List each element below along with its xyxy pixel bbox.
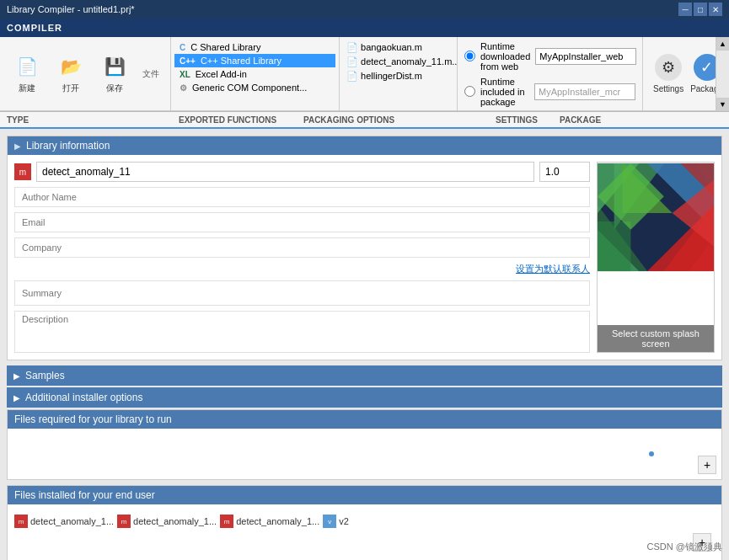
samples-label: Samples [25, 370, 65, 381]
ribbon-area: 📄 新建 📂 打开 💾 保存 文件 C C Shared Library [0, 37, 716, 111]
splash-label: Select custom splash screen [598, 325, 714, 352]
files-required-add-button[interactable]: + [698, 456, 716, 474]
end-user-file-2[interactable]: m detect_anomaly_1... [220, 515, 319, 528]
settings-button[interactable]: ⚙ Settings [653, 54, 683, 93]
runtime-web-label: Runtime downloaded from web [480, 41, 530, 72]
new-icon: 📄 [13, 53, 40, 80]
library-icon: m [14, 163, 31, 180]
save-icon: 💾 [101, 53, 128, 80]
type-panel: C C Shared Library C++ C++ Shared Librar… [171, 37, 340, 110]
additional-arrow: ▶ [13, 393, 20, 403]
exported-item-0[interactable]: 📄 bangaokuan.m [343, 40, 453, 55]
package-label: Package [690, 84, 716, 93]
email-input[interactable] [14, 212, 590, 232]
ribbon-scrollbar[interactable]: ▲ ▼ [716, 37, 729, 111]
library-info-header: ▶ Library information [8, 136, 721, 155]
end-user-file-1[interactable]: m detect_anomaly_1... [117, 515, 217, 528]
ribbon-scroll-down[interactable]: ▼ [716, 98, 730, 111]
runtime-web-radio[interactable] [464, 51, 475, 61]
files-required-label: Files required for your library to run [14, 413, 172, 425]
window-controls[interactable]: ─ □ ✕ [678, 3, 722, 16]
splash-screen-selector[interactable]: Select custom splash screen [597, 162, 715, 353]
package-button[interactable]: ✓ Package [690, 54, 716, 93]
exported-item-2[interactable]: 📄 hellingerDist.m [343, 69, 453, 83]
files-required-header: Files required for your library to run [8, 410, 721, 429]
settings-header: SETTINGS [492, 115, 560, 125]
file-icon-1: m [117, 515, 131, 528]
additional-installer-header[interactable]: ▶ Additional installer options [7, 387, 722, 408]
file-icon-0: m [14, 515, 28, 528]
type-list: C C Shared Library C++ C++ Shared Librar… [174, 40, 335, 107]
runtime-web-input[interactable] [535, 48, 636, 65]
file-label-1: detect_anomaly_1... [133, 516, 217, 526]
type-excel-label: Excel Add-in [196, 69, 247, 79]
com-icon: ⚙ [180, 83, 187, 93]
runtime-pkg-radio[interactable] [464, 86, 475, 97]
type-cpp-shared[interactable]: C++ C++ Shared Library [174, 54, 335, 67]
file-section-label: 文件 [138, 68, 163, 80]
samples-section-header[interactable]: ▶ Samples [7, 365, 722, 386]
company-input[interactable] [14, 237, 590, 258]
minimize-button[interactable]: ─ [678, 3, 692, 16]
exported-label-1: detect_anomaly_11.m... [361, 56, 458, 67]
files-required-body: + [8, 429, 721, 479]
cpp-icon: C++ [180, 56, 196, 66]
lib-collapse-arrow: ▶ [14, 141, 21, 151]
watermark: CSDN @镜激须典 [647, 541, 722, 553]
type-com[interactable]: ⚙ Generic COM Component... [174, 81, 335, 94]
maximize-button[interactable]: □ [694, 3, 707, 16]
c-icon: C [180, 43, 185, 52]
new-button[interactable]: 📄 新建 [7, 42, 47, 106]
library-info-card: ▶ Library information m 设置为默认联系 [7, 136, 722, 360]
runtime-pkg-label: Runtime included in package [480, 77, 529, 107]
save-label: 保存 [106, 83, 123, 94]
ribbon-top-bar: COMPILER [0, 19, 729, 37]
ribbon-file-section: 📄 新建 📂 打开 💾 保存 文件 [0, 37, 171, 110]
window-title: Library Compiler - untitled1.prj* [7, 4, 678, 14]
file-label-3: v2 [339, 516, 349, 526]
type-c-label: C Shared Library [190, 42, 260, 52]
type-c-shared[interactable]: C C Shared Library [174, 40, 335, 54]
library-version-input[interactable] [539, 162, 590, 182]
description-input[interactable] [14, 311, 590, 353]
files-installed-header: Files installed for your end user [8, 486, 721, 504]
ribbon-scroll-up[interactable]: ▲ [716, 37, 730, 51]
end-user-files-list: m detect_anomaly_1... m detect_anomaly_1… [8, 504, 721, 538]
package-header: PACKAGE [560, 115, 610, 125]
files-installed-label: Files installed for your end user [14, 489, 155, 501]
set-default-row: 设置为默认联系人 [14, 263, 590, 275]
exported-label-0: bangaokuan.m [361, 42, 422, 52]
open-button[interactable]: 📂 打开 [51, 42, 91, 106]
column-headers: TYPE EXPORTED FUNCTIONS PACKAGING OPTION… [0, 112, 729, 129]
set-default-link[interactable]: 设置为默认联系人 [516, 264, 590, 274]
settings-icon: ⚙ [655, 54, 682, 81]
open-label: 打开 [62, 83, 79, 94]
packaging-row-pkg: Runtime included in package [464, 77, 635, 107]
type-header: TYPE [0, 115, 175, 125]
exported-item-1[interactable]: 📄 detect_anomaly_11.m... [343, 55, 453, 69]
save-button[interactable]: 💾 保存 [94, 42, 135, 106]
compiler-label: COMPILER [7, 23, 62, 33]
end-user-file-0[interactable]: m detect_anomaly_1... [14, 515, 114, 528]
samples-arrow: ▶ [13, 371, 20, 381]
end-user-file-3[interactable]: v v2 [323, 515, 349, 528]
exported-list: 📄 bangaokuan.m 📄 detect_anomaly_11.m... … [343, 40, 453, 107]
title-bar: Library Compiler - untitled1.prj* ─ □ ✕ [0, 0, 729, 19]
file-label-0: detect_anomaly_1... [30, 516, 114, 526]
library-name-input[interactable] [36, 162, 534, 182]
close-button[interactable]: ✕ [709, 3, 722, 16]
files-installed-body: m detect_anomaly_1... m detect_anomaly_1… [8, 504, 721, 557]
library-name-row: m [14, 162, 590, 182]
files-required-section: Files required for your library to run + [7, 409, 722, 480]
type-excel-addin[interactable]: XL Excel Add-in [174, 67, 335, 81]
author-name-input[interactable] [14, 187, 590, 207]
packaging-panel: Runtime downloaded from web Runtime incl… [458, 37, 643, 110]
excel-icon: XL [180, 70, 190, 79]
summary-input[interactable] [14, 280, 590, 306]
exported-file-icon-0: 📄 [346, 42, 358, 52]
blue-dot [649, 451, 654, 456]
file-icon-3: v [323, 515, 336, 528]
splash-preview [598, 163, 714, 272]
file-label-2: detect_anomaly_1... [236, 516, 319, 526]
runtime-pkg-input[interactable] [534, 83, 635, 100]
